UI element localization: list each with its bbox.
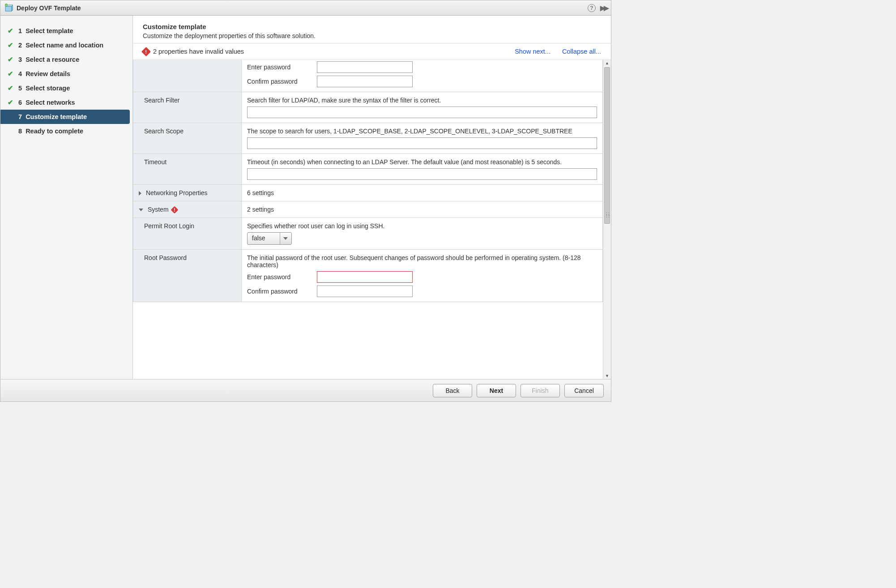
value-permit-root-login: Specifies whether root user can log in u… bbox=[242, 218, 603, 250]
step-label: Customize template bbox=[26, 113, 87, 120]
cancel-button[interactable]: Cancel bbox=[564, 384, 604, 397]
input-search-scope[interactable] bbox=[247, 137, 597, 149]
input-root-confirm-password[interactable] bbox=[317, 285, 413, 297]
svg-rect-0 bbox=[5, 6, 12, 11]
input-search-filter[interactable] bbox=[247, 107, 597, 118]
label-search-dn-password: Search DN Fassword bbox=[133, 60, 242, 92]
help-icon[interactable]: ? bbox=[588, 4, 596, 12]
value-search-filter: Search filter for LDAP/AD, make sure the… bbox=[242, 92, 603, 123]
desc-timeout: Timeout (in seconds) when connecting to … bbox=[247, 158, 597, 166]
scroll-thumb[interactable] bbox=[604, 67, 610, 224]
properties-table: Search DN Fassword The password of searc… bbox=[133, 60, 603, 302]
step-num: 7 bbox=[18, 113, 22, 120]
step-num: 2 bbox=[18, 42, 22, 49]
step-label: Select a resource bbox=[26, 56, 79, 63]
deploy-ovf-window: + Deploy OVF Template ? ▶▶ ✔ 1 Select te… bbox=[0, 0, 611, 402]
step-label: Ready to complete bbox=[26, 128, 83, 135]
check-icon: ✔ bbox=[8, 27, 16, 35]
step-select-name-location[interactable]: ✔ 2 Select name and location bbox=[0, 38, 132, 52]
step-ready-to-complete[interactable]: ✔ 8 Ready to complete bbox=[0, 124, 132, 138]
desc-root-password: The initial password of the root user. S… bbox=[247, 254, 597, 268]
check-icon: ✔ bbox=[8, 70, 16, 78]
deploy-ovf-icon: + bbox=[4, 4, 13, 13]
label-confirm-password: Confirm password bbox=[247, 78, 317, 85]
chevron-down-icon bbox=[280, 233, 291, 244]
select-permit-root-login[interactable]: false bbox=[247, 232, 292, 245]
validation-alert-text: 2 properties have invalid values bbox=[153, 48, 244, 55]
step-num: 3 bbox=[18, 56, 22, 63]
label-timeout: Timeout bbox=[133, 154, 242, 185]
step-select-networks[interactable]: ✔ 6 Select networks bbox=[0, 95, 132, 110]
label-permit-root-login: Permit Root Login bbox=[133, 218, 242, 250]
expand-arrows-icon[interactable]: ▶▶ bbox=[600, 4, 607, 12]
value-root-password: The initial password of the root user. S… bbox=[242, 250, 603, 302]
step-num: 4 bbox=[18, 70, 22, 77]
step-label: Select name and location bbox=[26, 42, 103, 49]
page-title: Customize template bbox=[143, 23, 601, 30]
step-label: Select template bbox=[26, 27, 73, 34]
input-search-dn-confirm-password[interactable] bbox=[317, 76, 413, 87]
label-enter-password: Enter password bbox=[247, 64, 317, 71]
row-search-filter: Search Filter Search filter for LDAP/AD,… bbox=[133, 92, 603, 123]
label-root-password: Root Password bbox=[133, 250, 242, 302]
step-label: Select networks bbox=[26, 99, 75, 106]
step-select-resource[interactable]: ✔ 3 Select a resource bbox=[0, 52, 132, 67]
window-title: Deploy OVF Template bbox=[17, 4, 81, 12]
wizard-footer: Back Next Finish Cancel bbox=[0, 379, 611, 401]
label-networking-properties[interactable]: Networking Properties bbox=[133, 185, 242, 201]
step-label: Review details bbox=[26, 70, 70, 77]
step-num: 6 bbox=[18, 99, 22, 106]
wizard-steps-sidebar: ✔ 1 Select template ✔ 2 Select name and … bbox=[0, 16, 133, 379]
row-permit-root-login: Permit Root Login Specifies whether root… bbox=[133, 218, 603, 250]
input-search-dn-enter-password[interactable] bbox=[317, 61, 413, 73]
input-root-enter-password[interactable] bbox=[317, 271, 413, 283]
collapse-all-link[interactable]: Collapse all... bbox=[562, 48, 601, 55]
properties-content: Search DN Fassword The password of searc… bbox=[133, 60, 603, 379]
row-system[interactable]: System 2 settings bbox=[133, 201, 603, 218]
row-search-dn-password: Search DN Fassword The password of searc… bbox=[133, 60, 603, 92]
value-search-scope: The scope to search for users, 1-LDAP_SC… bbox=[242, 123, 603, 154]
drag-handle-icon[interactable]: :::: bbox=[606, 213, 610, 217]
finish-button: Finish bbox=[521, 384, 560, 397]
label-system[interactable]: System bbox=[133, 201, 242, 218]
text-networking-properties: Networking Properties bbox=[146, 189, 208, 196]
svg-marker-2 bbox=[12, 5, 13, 11]
desc-permit-root-login: Specifies whether root user can log in u… bbox=[247, 222, 597, 230]
validation-alert-row: 2 properties have invalid values Show ne… bbox=[133, 43, 611, 60]
vertical-scrollbar[interactable]: ▲ :::: ▼ bbox=[603, 60, 611, 379]
row-timeout: Timeout Timeout (in seconds) when connec… bbox=[133, 154, 603, 185]
check-icon: ✔ bbox=[8, 84, 16, 92]
step-select-storage[interactable]: ✔ 5 Select storage bbox=[0, 81, 132, 95]
show-next-link[interactable]: Show next... bbox=[515, 48, 550, 55]
next-button[interactable]: Next bbox=[477, 384, 516, 397]
step-customize-template[interactable]: ✔ 7 Customize template bbox=[0, 110, 130, 124]
row-search-scope: Search Scope The scope to search for use… bbox=[133, 123, 603, 154]
value-timeout: Timeout (in seconds) when connecting to … bbox=[242, 154, 603, 185]
scroll-up-arrow-icon[interactable]: ▲ bbox=[603, 61, 611, 65]
step-num: 1 bbox=[18, 27, 22, 34]
label-confirm-password: Confirm password bbox=[247, 288, 317, 295]
desc-search-filter: Search filter for LDAP/AD, make sure the… bbox=[247, 97, 597, 104]
desc-search-scope: The scope to search for users, 1-LDAP_SC… bbox=[247, 128, 597, 135]
step-select-template[interactable]: ✔ 1 Select template bbox=[0, 24, 132, 38]
check-icon: ✔ bbox=[8, 113, 16, 121]
row-networking-properties[interactable]: Networking Properties 6 settings bbox=[133, 185, 603, 201]
back-button[interactable]: Back bbox=[433, 384, 472, 397]
step-num: 5 bbox=[18, 85, 22, 92]
step-num: 8 bbox=[18, 128, 22, 135]
properties-scroll-area: Search DN Fassword The password of searc… bbox=[133, 60, 611, 379]
check-icon: ✔ bbox=[8, 41, 16, 49]
error-icon bbox=[141, 47, 151, 56]
row-root-password: Root Password The initial password of th… bbox=[133, 250, 603, 302]
check-icon: ✔ bbox=[8, 55, 16, 64]
input-timeout[interactable] bbox=[247, 168, 597, 180]
chevron-down-icon bbox=[139, 209, 143, 211]
wizard-body: ✔ 1 Select template ✔ 2 Select name and … bbox=[0, 16, 611, 379]
svg-text:+: + bbox=[6, 4, 7, 6]
titlebar: + Deploy OVF Template ? ▶▶ bbox=[0, 0, 611, 16]
step-review-details[interactable]: ✔ 4 Review details bbox=[0, 67, 132, 81]
check-icon: ✔ bbox=[8, 98, 16, 107]
scroll-down-arrow-icon[interactable]: ▼ bbox=[603, 374, 611, 378]
error-icon bbox=[171, 206, 179, 214]
wizard-main: Customize template Customize the deploym… bbox=[133, 16, 611, 379]
